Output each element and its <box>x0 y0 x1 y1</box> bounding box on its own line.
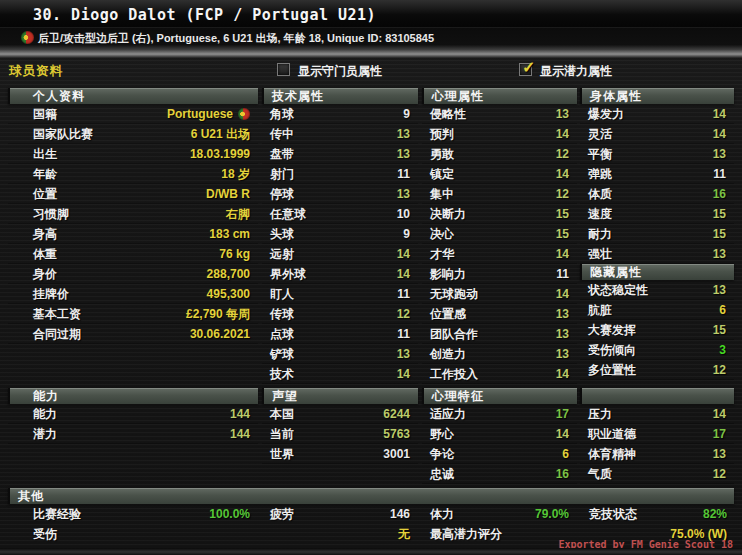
attribute-label: 决心 <box>430 226 454 243</box>
attribute-label: 速度 <box>588 206 612 223</box>
attribute-value: 6 <box>719 303 726 317</box>
attribute-label: 点球 <box>270 326 294 343</box>
table-cell: 无 <box>262 524 418 544</box>
row-value-wrap: 右脚 <box>226 206 250 223</box>
table-row: 铲球 13 <box>262 344 418 364</box>
table-row: 位置 D/WB R <box>8 184 258 204</box>
other-section: 其他 比赛经验 100.0% 疲劳 146 体力 79.0% <box>8 488 734 544</box>
row-label: 基本工资 <box>33 306 81 323</box>
mental-rows: 侵略性 13 预判 14 勇敢 12 镇定 14 <box>422 104 577 384</box>
attribute-label: 压力 <box>588 406 612 423</box>
hidden-rows: 状态稳定性 13 肮脏 6 大赛发挥 15 受伤倾向 3 <box>580 280 734 380</box>
row-value: 183 cm <box>209 227 250 241</box>
attribute-value: 17 <box>713 427 726 441</box>
gk-attributes-checkbox[interactable] <box>277 63 290 76</box>
table-row: 影响力 11 <box>422 264 577 284</box>
attribute-label: 强壮 <box>588 246 612 263</box>
table-row: 技术 14 <box>262 364 418 384</box>
attribute-value: 12 <box>397 307 410 321</box>
attribute-value: 13 <box>556 307 569 321</box>
table-row: 侵略性 13 <box>422 104 577 124</box>
cell-value: 146 <box>390 507 410 521</box>
attribute-value: 16 <box>713 187 726 201</box>
attribute-value: 14 <box>713 127 726 141</box>
attribute-value: 17 <box>556 407 569 421</box>
attribute-label: 体育精神 <box>588 446 636 463</box>
table-cell: 受伤 <box>8 524 258 544</box>
attribute-value: 14 <box>397 267 410 281</box>
tab-player-profile[interactable]: 球员资料 <box>9 63 63 80</box>
table-row: 国家队比赛 6 U21 出场 <box>8 124 258 144</box>
attribute-label: 多位置性 <box>588 362 636 379</box>
table-row: 远射 14 <box>262 244 418 264</box>
potential-attributes-checkbox[interactable]: ✓ <box>519 63 532 76</box>
attribute-label: 大赛发挥 <box>588 322 636 339</box>
mental-attributes-section: 心理属性 侵略性 13 预判 14 勇敢 12 <box>422 88 577 384</box>
ability-rows: 能力 144 潜力 144 <box>8 404 258 444</box>
row-label: 习惯脚 <box>33 206 69 223</box>
table-row: 传中 13 <box>262 124 418 144</box>
attribute-label: 技术 <box>270 366 294 383</box>
attribute-label: 铲球 <box>270 346 294 363</box>
table-cell: 竞技状态 82% <box>581 504 735 524</box>
table-row: 压力 14 <box>580 404 734 424</box>
row-value: 288,700 <box>207 267 250 281</box>
attribute-label: 创造力 <box>430 346 466 363</box>
attribute-value: 13 <box>397 127 410 141</box>
table-row: 年龄 18 岁 <box>8 164 258 184</box>
row-label: 合同过期 <box>33 326 81 343</box>
attribute-label: 头球 <box>270 226 294 243</box>
attribute-label: 灵活 <box>588 126 612 143</box>
section-title: 心理属性 <box>432 89 484 103</box>
personality-rows: 适应力 17 野心 14 争论 6 忠诚 16 <box>422 404 577 484</box>
section-header-ability: 能力 <box>8 388 258 404</box>
attribute-value: 15 <box>713 227 726 241</box>
gk-attributes-checkbox-group: 显示守门员属性 <box>277 62 477 78</box>
attribute-label: 盘带 <box>270 146 294 163</box>
section-header-empty <box>580 388 734 404</box>
row-label: 年龄 <box>33 166 57 183</box>
page-title: 30. Diogo Dalot (FCP / Portugal U21) <box>33 6 376 24</box>
potential-attributes-checkbox-label[interactable]: 显示潜力属性 <box>540 63 612 80</box>
hidden-attributes-section: 隐藏属性 状态稳定性 13 肮脏 6 大赛发挥 15 <box>580 264 734 380</box>
attribute-label: 界外球 <box>270 266 306 283</box>
table-row: 盘带 13 <box>262 144 418 164</box>
table-row: 点球 11 <box>262 324 418 344</box>
cell-value: 无 <box>398 526 410 543</box>
bottom-divider <box>0 548 742 555</box>
row-label: 体重 <box>33 246 57 263</box>
attribute-value: 14 <box>556 167 569 181</box>
attribute-label: 气质 <box>588 466 612 483</box>
table-row: 当前 5763 <box>262 424 418 444</box>
attribute-label: 位置感 <box>430 306 466 323</box>
table-row: 决断力 15 <box>422 204 577 224</box>
row-value-wrap: 183 cm <box>209 227 250 241</box>
attribute-value: 11 <box>397 167 410 181</box>
attribute-value: 13 <box>556 327 569 341</box>
row-label: 出生 <box>33 146 57 163</box>
gk-attributes-checkbox-label[interactable]: 显示守门员属性 <box>298 63 382 80</box>
table-row: 本国 6244 <box>262 404 418 424</box>
personality-extra-section: 压力 14 职业道德 17 体育精神 13 气质 12 <box>580 388 734 484</box>
row-value: D/WB R <box>206 187 250 201</box>
row-value: 18 岁 <box>221 166 250 183</box>
table-row: 适应力 17 <box>422 404 577 424</box>
table-row: 体质 16 <box>580 184 734 204</box>
row-value-wrap: 6 U21 出场 <box>191 126 250 143</box>
row-value-wrap: Portuguese <box>167 107 250 121</box>
attribute-label: 停球 <box>270 186 294 203</box>
table-row: 盯人 11 <box>262 284 418 304</box>
attribute-value: 11 <box>556 267 569 281</box>
table-row: 团队合作 13 <box>422 324 577 344</box>
personality-section: 心理特征 适应力 17 野心 14 争论 6 忠 <box>422 388 577 484</box>
attribute-label: 盯人 <box>270 286 294 303</box>
row-label: 国籍 <box>33 106 57 123</box>
table-row: 爆发力 14 <box>580 104 734 124</box>
player-summary-row: 后卫/攻击型边后卫 (右), Portuguese, 6 U21 出场, 年龄 … <box>0 28 742 46</box>
table-cell: 比赛经验 100.0% <box>8 504 258 524</box>
attribute-value: 13 <box>397 147 410 161</box>
attribute-label: 集中 <box>430 186 454 203</box>
attribute-label: 野心 <box>430 426 454 443</box>
section-header-personality: 心理特征 <box>422 388 577 404</box>
attribute-label: 勇敢 <box>430 146 454 163</box>
